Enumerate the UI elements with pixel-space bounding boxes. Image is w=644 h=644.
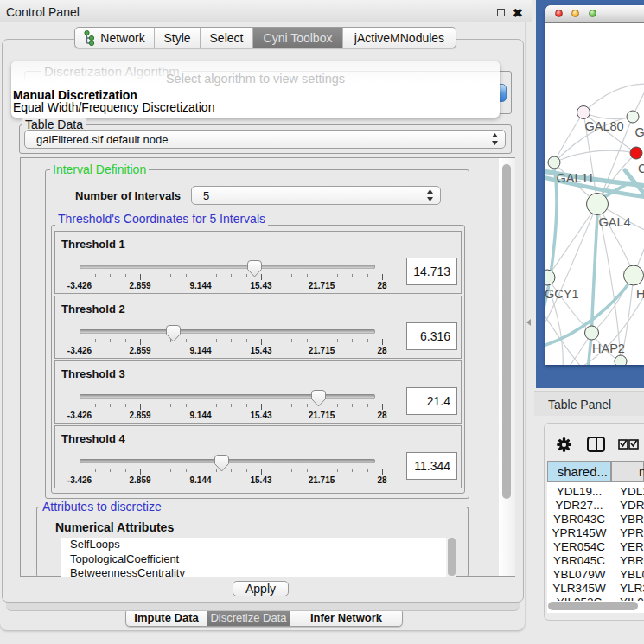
svg-text:GAL11: GAL11 <box>557 171 595 185</box>
svg-text:C: C <box>638 162 644 175</box>
svg-text:HAP2: HAP2 <box>592 341 625 355</box>
svg-text:GAL4: GAL4 <box>599 215 631 229</box>
svg-text:GAL80: GAL80 <box>585 119 624 133</box>
svg-text:GA: GA <box>635 125 644 139</box>
svg-text:H: H <box>636 287 644 301</box>
svg-text:GCY1: GCY1 <box>545 287 579 301</box>
